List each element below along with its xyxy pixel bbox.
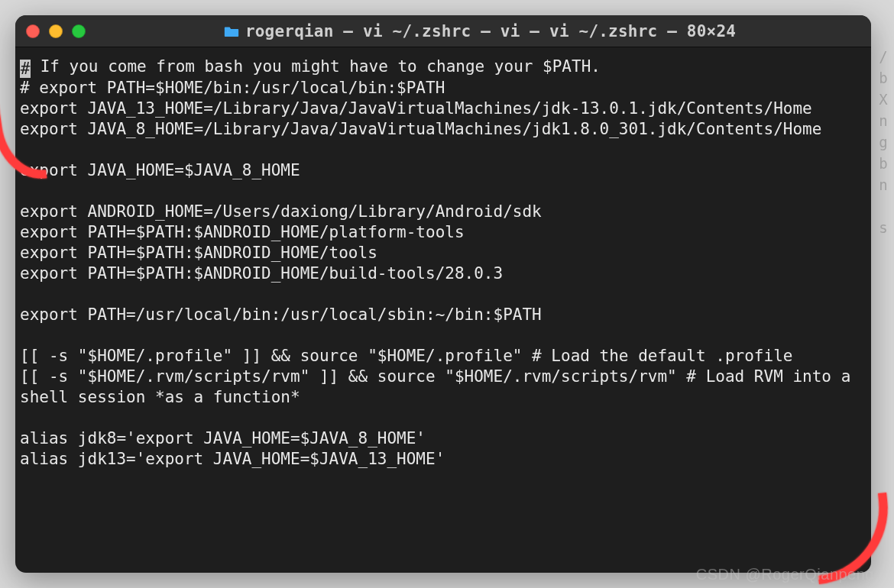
titlebar[interactable]: rogerqian — vi ~/.zshrc — vi — vi ~/.zsh…: [15, 15, 871, 47]
gutter-char: n: [874, 174, 892, 195]
traffic-lights: [26, 24, 86, 38]
gutter-char: X: [874, 89, 892, 110]
gutter-char: s: [874, 217, 892, 238]
stage: rogerqian — vi ~/.zshrc — vi — vi ~/.zsh…: [0, 0, 894, 588]
terminal-window: rogerqian — vi ~/.zshrc — vi — vi ~/.zsh…: [15, 15, 871, 573]
gutter-char: [874, 431, 892, 452]
right-gutter: / b X n g b n s G: [874, 46, 892, 516]
gutter-char: [874, 345, 892, 367]
line-19: alias jdk13='export JAVA_HOME=$JAVA_13_H…: [20, 450, 445, 468]
close-icon[interactable]: [26, 24, 40, 38]
minimize-icon[interactable]: [49, 24, 63, 38]
gutter-char: [874, 302, 892, 324]
window-title-wrap: rogerqian — vi ~/.zshrc — vi — vi ~/.zsh…: [99, 22, 860, 40]
gutter-char: b: [874, 153, 892, 174]
gutter-char: [874, 324, 892, 345]
gutter-char: [874, 195, 892, 217]
line-2: # export PATH=$HOME/bin:/usr/local/bin:$…: [20, 79, 445, 97]
gutter-char: [874, 452, 892, 473]
gutter-char: [874, 367, 892, 388]
line-18: alias jdk8='export JAVA_HOME=$JAVA_8_HOM…: [20, 429, 426, 447]
gutter-char: [874, 388, 892, 409]
window-title: rogerqian — vi ~/.zshrc — vi — vi ~/.zsh…: [245, 22, 736, 40]
zoom-icon[interactable]: [72, 24, 86, 38]
line-4: export JAVA_8_HOME=/Library/Java/JavaVir…: [20, 120, 821, 138]
gutter-char: /: [874, 46, 892, 67]
gutter-char: g: [874, 131, 892, 153]
terminal-content[interactable]: # If you come from bash you might have t…: [15, 47, 871, 573]
line-6: export JAVA_HOME=$JAVA_8_HOME: [20, 161, 300, 179]
line-13: export PATH=/usr/local/bin:/usr/local/sb…: [20, 305, 542, 324]
gutter-char: [874, 281, 892, 302]
watermark: CSDN @RogerQianpeng: [696, 566, 874, 583]
line-3: export JAVA_13_HOME=/Library/Java/JavaVi…: [20, 99, 812, 118]
gutter-char: [874, 409, 892, 431]
line-9: export PATH=$PATH:$ANDROID_HOME/platform…: [20, 223, 465, 241]
line-16: [[ -s "$HOME/.rvm/scripts/rvm" ]] && sou…: [20, 367, 860, 406]
gutter-char: [874, 473, 892, 495]
line-8: export ANDROID_HOME=/Users/daxiong/Libra…: [20, 202, 542, 221]
gutter-char: [874, 260, 892, 281]
line-11: export PATH=$PATH:$ANDROID_HOME/build-to…: [20, 264, 503, 283]
line-15: [[ -s "$HOME/.profile" ]] && source "$HO…: [20, 347, 792, 365]
gutter-char: b: [874, 67, 892, 89]
cursor: #: [20, 60, 31, 78]
line-10: export PATH=$PATH:$ANDROID_HOME/tools: [20, 244, 377, 262]
line-1: If you come from bash you might have to …: [31, 57, 601, 76]
gutter-char: n: [874, 110, 892, 131]
gutter-char: [874, 238, 892, 260]
editor-text[interactable]: # If you come from bash you might have t…: [15, 47, 871, 573]
folder-icon: [224, 25, 239, 37]
